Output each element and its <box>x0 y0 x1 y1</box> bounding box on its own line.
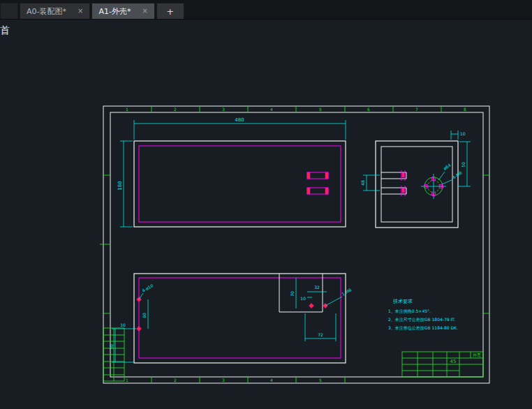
zone-number: 4 <box>270 378 273 382</box>
tab-a0-label: A0-装配图* <box>27 6 66 17</box>
zone-number: 1 <box>126 378 128 382</box>
sheet-frame <box>103 106 489 383</box>
zone-marks: 1 2 3 4 5 6 7 8 1 2 3 4 5 <box>100 106 489 383</box>
zone-number: 4 <box>270 107 273 112</box>
dim-480: 480 <box>235 117 244 123</box>
notes-title: 技术要求 <box>392 299 413 304</box>
zone-number: 7 <box>415 107 418 112</box>
revision-table <box>103 328 124 381</box>
close-icon[interactable]: × <box>77 8 83 15</box>
tab-a1-label: A1-外壳* <box>98 6 131 17</box>
zone-number: 2 <box>174 378 177 382</box>
dim-32: 32 <box>314 285 320 290</box>
dim-10-top: 10 <box>460 131 466 136</box>
tab-a0-assembly[interactable]: A0-装配图* × <box>20 3 90 19</box>
tab-a1-shell[interactable]: A1-外壳* × <box>91 3 154 19</box>
cad-viewport[interactable]: 首 1 2 3 4 5 6 7 <box>0 19 532 409</box>
dim-70: 70 <box>290 291 295 297</box>
cad-application-window: A0-装配图* × A1-外壳* × + 首 <box>0 0 532 409</box>
technical-notes: 技术要求 1、未注倒角0.5×45°. 2、未注尺寸公差按GB 1804-79 … <box>388 299 458 330</box>
note-line: 1、未注倒角0.5×45°. <box>388 308 431 314</box>
zone-number: 5 <box>319 107 322 112</box>
title-block: 45 外壳 <box>402 352 483 377</box>
leader-1m6: 1-M6 <box>341 287 353 297</box>
view-bottom-front: 70 32 10 1-M6 72 4-ø10 60 <box>109 274 353 363</box>
zone-number: 3 <box>222 378 225 382</box>
leader-4m6: 4-M6 <box>452 170 463 179</box>
drawing-sheet-svg: 1 2 3 4 5 6 7 8 1 2 3 4 5 <box>0 19 532 409</box>
dim-50-right: 50 <box>461 162 466 168</box>
zone-number: 1 <box>126 107 128 112</box>
zone-number: 6 <box>367 107 370 112</box>
part-name: 外壳 <box>473 352 481 358</box>
drawing-tab-bar: A0-装配图* × A1-外壳* × + <box>0 0 532 20</box>
zone-number: 3 <box>222 107 225 112</box>
dim-50-left: 50 <box>109 344 114 350</box>
zone-number: 8 <box>464 107 466 112</box>
new-tab-button[interactable]: + <box>156 3 184 19</box>
leader-4d10: 4-ø10 <box>141 283 154 293</box>
dim-180: 180 <box>117 181 123 190</box>
leader-dia: ø64 <box>443 162 452 170</box>
dim-48: 48 <box>360 180 365 186</box>
view-top-plan: 480 180 <box>117 117 346 227</box>
close-icon[interactable]: × <box>142 8 147 15</box>
dim-10-left: 10 <box>120 322 126 327</box>
plus-icon: + <box>166 6 174 17</box>
dim-72: 72 <box>318 332 323 337</box>
dim-60: 60 <box>142 313 147 318</box>
note-line: 2、未注尺寸公差按GB 1804-79 IT. <box>388 317 455 322</box>
material-value: 45 <box>450 359 457 364</box>
dim-10-inner: 10 <box>300 296 306 301</box>
note-line: 3、未注形位公差按GB 1184-80 DK. <box>388 325 458 330</box>
zone-number: 2 <box>174 107 177 112</box>
view-side-flange: 48 ø64 4-M6 10 <box>360 131 471 228</box>
tab-partial[interactable] <box>0 3 18 19</box>
zone-number: 5 <box>319 378 322 382</box>
